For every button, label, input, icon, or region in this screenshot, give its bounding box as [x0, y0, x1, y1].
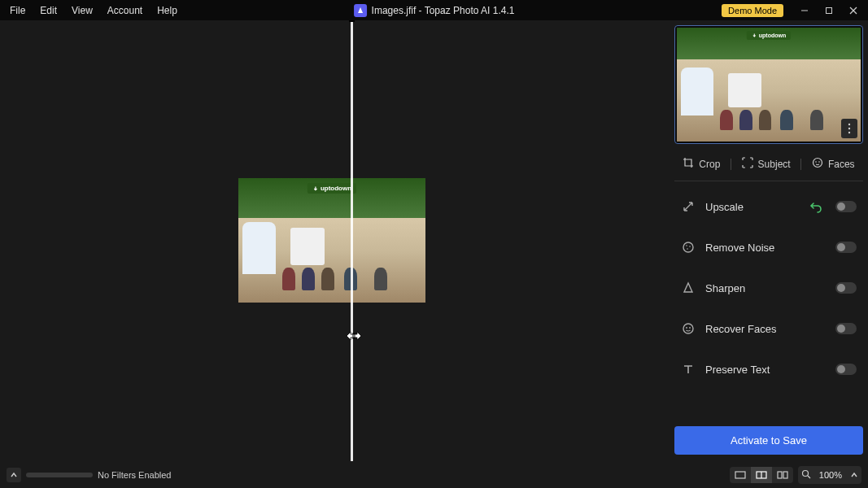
- toggle-sharpen[interactable]: [835, 282, 857, 294]
- svg-rect-23: [783, 472, 787, 478]
- menu-view[interactable]: View: [65, 3, 99, 18]
- svg-rect-19: [735, 472, 745, 478]
- expand-up-button[interactable]: [7, 468, 21, 482]
- view-side-by-side-button[interactable]: [772, 467, 793, 483]
- svg-point-8: [848, 132, 850, 133]
- tab-divider: [800, 159, 801, 170]
- svg-point-12: [683, 242, 693, 252]
- tab-subject[interactable]: Subject: [742, 157, 791, 171]
- canvas-image[interactable]: uptodown: [238, 178, 425, 303]
- bottom-bar: No Filters Enabled 100%: [0, 461, 868, 488]
- subject-icon: [742, 157, 753, 171]
- view-split-button[interactable]: [751, 467, 772, 483]
- svg-rect-22: [778, 472, 782, 478]
- menu-edit[interactable]: Edit: [33, 3, 63, 18]
- toggle-remove-noise[interactable]: [835, 242, 857, 253]
- maximize-button[interactable]: [822, 4, 835, 17]
- svg-point-14: [689, 246, 691, 247]
- filter-list: Upscale Remove Noise Sharpen: [674, 186, 863, 426]
- filter-remove-noise-label: Remove Noise: [705, 242, 826, 254]
- tab-crop[interactable]: Crop: [683, 157, 720, 171]
- tab-subject-label: Subject: [758, 159, 791, 170]
- tab-faces[interactable]: Faces: [812, 157, 855, 171]
- zoom-chevron-up-icon[interactable]: [850, 468, 858, 482]
- resize-horizontal-cursor-icon: [346, 328, 362, 344]
- tab-crop-label: Crop: [699, 159, 720, 170]
- menubar: File Edit View Account Help: [3, 3, 184, 18]
- demo-mode-badge: Demo Mode: [722, 4, 783, 17]
- zoom-fit-icon[interactable]: [801, 468, 811, 482]
- filter-recover-faces-label: Recover Faces: [705, 323, 826, 335]
- side-panel: uptodown Crop Subject: [665, 20, 868, 461]
- activate-to-save-button[interactable]: Activate to Save: [674, 426, 863, 455]
- filter-preserve-text[interactable]: Preserve Text: [674, 349, 863, 390]
- filter-upscale[interactable]: Upscale: [674, 186, 863, 227]
- title-sep: -: [416, 5, 424, 16]
- svg-point-16: [683, 324, 693, 333]
- preview-logo-banner: uptodown: [747, 31, 791, 40]
- svg-point-15: [687, 248, 688, 250]
- minimize-button[interactable]: [798, 4, 811, 17]
- tool-tabs: Crop Subject Faces: [674, 152, 863, 181]
- view-mode-group: [730, 467, 793, 483]
- canvas-area[interactable]: uptodown: [0, 20, 665, 461]
- toggle-upscale[interactable]: [835, 201, 857, 212]
- sharpen-icon: [681, 281, 696, 295]
- crop-icon: [683, 157, 694, 171]
- svg-point-11: [818, 161, 820, 163]
- svg-point-9: [813, 159, 822, 168]
- filter-sharpen-label: Sharpen: [705, 282, 826, 294]
- filter-remove-noise[interactable]: Remove Noise: [674, 227, 863, 268]
- image-logo-banner: uptodown: [308, 183, 356, 194]
- preserve-text-icon: [681, 362, 696, 377]
- filter-recover-faces[interactable]: Recover Faces: [674, 308, 863, 349]
- svg-point-6: [848, 124, 850, 125]
- app-icon: [354, 4, 367, 17]
- zoom-control: 100%: [798, 466, 861, 484]
- svg-line-25: [808, 476, 810, 478]
- svg-point-18: [689, 327, 691, 329]
- view-single-button[interactable]: [730, 467, 751, 483]
- upscale-icon: [681, 199, 696, 214]
- svg-point-7: [848, 128, 850, 129]
- title-filename: Images.jfif: [372, 5, 417, 16]
- menu-help[interactable]: Help: [150, 3, 184, 18]
- title-appname: Topaz Photo AI 1.4.1: [425, 5, 515, 16]
- preview-more-button[interactable]: [841, 119, 857, 138]
- svg-point-24: [802, 470, 808, 476]
- tab-faces-label: Faces: [828, 159, 855, 170]
- faces-icon: [812, 157, 823, 171]
- menu-account[interactable]: Account: [101, 3, 149, 18]
- zoom-level[interactable]: 100%: [816, 470, 845, 480]
- remove-noise-icon: [681, 240, 696, 255]
- titlebar: File Edit View Account Help Images.jfif …: [0, 0, 868, 20]
- tab-divider: [731, 159, 731, 170]
- toggle-recover-faces[interactable]: [835, 323, 857, 334]
- svg-point-17: [686, 327, 687, 329]
- status-text: No Filters Enabled: [98, 470, 172, 480]
- recover-faces-icon: [681, 321, 696, 336]
- menu-file[interactable]: File: [3, 3, 32, 18]
- window-title: Images.jfif - Topaz Photo AI 1.4.1: [354, 4, 515, 17]
- filter-preserve-text-label: Preserve Text: [705, 364, 826, 376]
- svg-rect-1: [827, 7, 832, 13]
- filter-sharpen[interactable]: Sharpen: [674, 268, 863, 308]
- preview-thumbnail[interactable]: uptodown: [674, 25, 863, 144]
- progress-bar: [26, 473, 93, 477]
- svg-point-13: [686, 245, 687, 246]
- svg-point-10: [815, 161, 817, 163]
- filter-upscale-label: Upscale: [705, 201, 800, 213]
- close-button[interactable]: [847, 4, 860, 17]
- undo-icon[interactable]: [809, 200, 822, 213]
- toggle-preserve-text[interactable]: [835, 364, 857, 375]
